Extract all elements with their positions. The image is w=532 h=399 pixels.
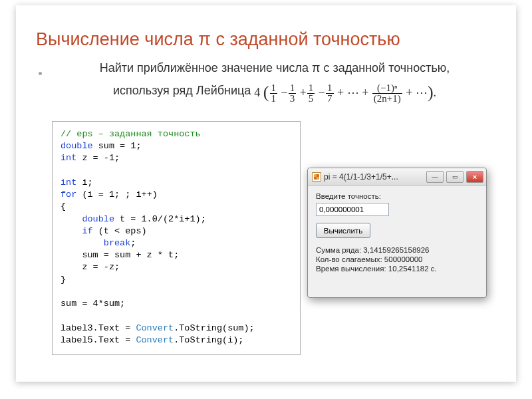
leibniz-formula: 4 (11 −13 +15 −17 + ⋯ + (−1)ⁿ(2n+1) + ⋯)… xyxy=(254,78,436,104)
desc-line1: Найти приближённое значение числа π с за… xyxy=(100,61,450,74)
precision-input[interactable] xyxy=(316,203,389,216)
close-button[interactable]: × xyxy=(466,171,483,183)
bullet-dot xyxy=(39,72,42,75)
calculate-button[interactable]: Вычислить xyxy=(316,223,370,238)
description: Найти приближённое значение числа π с за… xyxy=(16,59,516,104)
results-block: Сумма ряда: 3,14159265158926 Кол-во слаг… xyxy=(316,246,478,273)
slide-card: Вычисление числа π с заданной точностью … xyxy=(16,5,516,382)
desc-line2: используя ряд Лейбница xyxy=(113,84,254,97)
titlebar[interactable]: pi = 4(1/1-1/3+1/5+... — ▭ × xyxy=(308,168,486,186)
precision-label: Введите точность: xyxy=(316,192,478,200)
maximize-button[interactable]: ▭ xyxy=(446,171,464,183)
result-sum: Сумма ряда: 3,14159265158926 xyxy=(316,246,478,254)
window-body: Введите точность: Вычислить Сумма ряда: … xyxy=(308,186,486,281)
window-title: pi = 4(1/1-1/3+1/5+... xyxy=(324,172,424,182)
slide-title: Вычисление числа π с заданной точностью xyxy=(16,5,516,59)
app-window: pi = 4(1/1-1/3+1/5+... — ▭ × Введите точ… xyxy=(307,168,487,298)
app-icon xyxy=(312,172,321,182)
result-time: Время вычисления: 10,2541182 с. xyxy=(316,265,478,273)
code-listing: // eps – заданная точность double sum = … xyxy=(52,121,301,355)
minimize-button[interactable]: — xyxy=(426,171,444,183)
result-count: Кол-во слагаемых: 500000000 xyxy=(316,255,478,263)
